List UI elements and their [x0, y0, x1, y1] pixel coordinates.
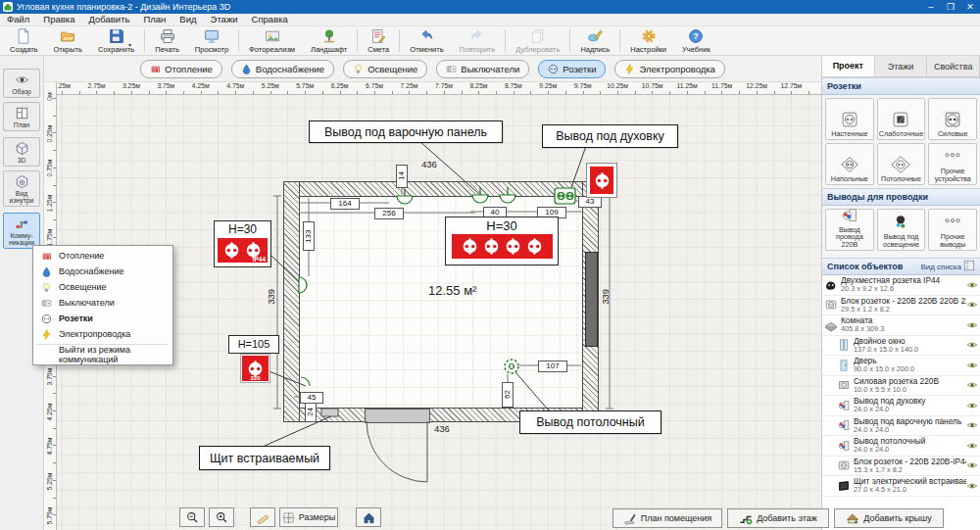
visibility-eye-icon[interactable]: [966, 440, 978, 452]
mode-pill-water-drop[interactable]: Водоснабжение: [231, 60, 334, 78]
maximize-button[interactable]: ❐: [941, 0, 960, 14]
tab-floors[interactable]: Этажи: [875, 56, 928, 76]
context-menu-item-bolt[interactable]: Электропроводка: [33, 326, 172, 342]
context-menu-exit-communications[interactable]: Выйти из режима коммуникаций: [33, 347, 172, 362]
room-plan-button[interactable]: План помещения: [612, 508, 722, 528]
menu-3[interactable]: План: [136, 14, 172, 25]
badge-socket-bottom-icon[interactable]: 220: [241, 355, 270, 382]
object-row-9[interactable]: Блок розеток - 220В 220В-IP4415.3 x 1.7 …: [822, 457, 980, 477]
toolbar-button-new-doc[interactable]: Создать: [2, 26, 46, 55]
visibility-eye-icon[interactable]: [966, 319, 978, 331]
object-row-4[interactable]: Дверь90.0 x 15.0 x 200.0: [822, 356, 980, 376]
wall-top[interactable]: [284, 182, 598, 196]
wall-left[interactable]: [284, 182, 299, 421]
badge-socket-top-right[interactable]: [586, 163, 617, 198]
home-button[interactable]: [356, 507, 381, 527]
add-roof-button[interactable]: Добавить крышу: [834, 508, 944, 528]
mode-pill-socket[interactable]: Розетки: [538, 60, 606, 78]
menu-0[interactable]: Файл: [0, 14, 36, 25]
context-menu-item-water-drop[interactable]: Водоснабжение: [33, 264, 172, 279]
badge-socket-left[interactable]: H=30 IP44: [214, 220, 271, 267]
mode-pill-switch[interactable]: Выключатели: [436, 60, 529, 78]
visibility-eye-icon[interactable]: [966, 379, 978, 391]
object-row-6[interactable]: Вывод под духовку24.0 x 24.0: [822, 396, 980, 416]
toolbar-button-help[interactable]: ?Учебник: [674, 26, 718, 55]
object-row-7[interactable]: Вывод под варочную панель24.0 x 24.0: [822, 416, 980, 437]
annotation-built-in-panel[interactable]: Щит встраиваемый: [199, 446, 330, 470]
badge-socket-bottom-label[interactable]: H=105: [228, 335, 279, 354]
menu-5[interactable]: Этажи: [204, 14, 245, 25]
visibility-eye-icon[interactable]: [966, 400, 978, 411]
toolbar-button-undo[interactable]: Отменить: [402, 26, 451, 55]
annotation-hob-output[interactable]: Вывод под варочную панель: [309, 120, 503, 143]
visibility-eye-icon[interactable]: [966, 339, 978, 351]
tile-tile-ceiling-4[interactable]: Потолочные: [877, 143, 926, 185]
object-row-1[interactable]: Блок розеток - 220В 220В 220В 220В29.5 x…: [822, 296, 980, 316]
tab-project[interactable]: Проект: [822, 56, 875, 76]
visibility-eye-icon[interactable]: [966, 299, 978, 311]
toolbar-button-printer[interactable]: Печать: [147, 26, 187, 55]
toolbar-button-tree[interactable]: Ландшафт: [303, 26, 355, 55]
context-menu-item-socket[interactable]: Розетки: [33, 311, 172, 326]
minimize-button[interactable]: –: [921, 0, 941, 14]
toolbar-button-estimate[interactable]: Смета: [360, 26, 397, 55]
ruler-tick: [462, 91, 463, 94]
object-row-10[interactable]: Щит электрический встраиваемый27.0 x 4.5…: [822, 476, 980, 497]
door-opening[interactable]: [365, 409, 430, 423]
mode-pill-label: Освещение: [368, 64, 417, 74]
object-row-5[interactable]: Силовая розетка 220В10.0 x 5.5 x 10.0: [822, 376, 980, 397]
ruler-pencil-button[interactable]: [250, 507, 275, 527]
tile-tile-power-2[interactable]: Силовые: [928, 98, 977, 140]
toolbar-button-annotate[interactable]: Надпись: [572, 26, 617, 55]
visibility-eye-icon[interactable]: [966, 360, 978, 371]
tile-tile-wire220-0[interactable]: Вывод провода 220В: [825, 209, 874, 251]
tile-tile-dots-5[interactable]: Прочие устройства: [928, 143, 977, 185]
context-menu-item-heating[interactable]: Отопление: [33, 248, 172, 264]
menu-4[interactable]: Вид: [172, 14, 203, 25]
sidebar-item-eye[interactable]: Обзор: [3, 69, 40, 98]
tile-tile-lowvolt-1[interactable]: Слаботочные: [877, 98, 926, 140]
sizes-grid-button[interactable]: Размеры: [279, 507, 338, 527]
tile-tile-socket-0[interactable]: Настенные: [825, 98, 874, 140]
window-double[interactable]: [585, 252, 598, 347]
context-menu-item-switch[interactable]: Выключатели: [33, 295, 172, 311]
toolbar-button-photo[interactable]: Фотореализм: [241, 26, 303, 55]
mode-pill-bulb[interactable]: Освещение: [343, 60, 427, 78]
toolbar-button-open-folder[interactable]: Открыть: [46, 26, 90, 55]
object-row-2[interactable]: Комната405.8 x 309.3: [822, 315, 980, 336]
visibility-eye-icon[interactable]: [966, 480, 978, 492]
tile-tile-floor-3[interactable]: Напольные: [825, 143, 874, 185]
visibility-eye-icon[interactable]: [966, 419, 978, 431]
badge-socket-right[interactable]: H=30: [445, 217, 559, 265]
tile-tile-wirelight-1[interactable]: Вывод под освещение: [877, 209, 926, 251]
sidebar-item-inside-view[interactable]: Вид изнутри: [3, 170, 40, 207]
menu-6[interactable]: Справка: [245, 14, 295, 25]
sidebar-item-comms[interactable]: Комму-никации: [3, 213, 40, 249]
visibility-eye-icon[interactable]: [966, 279, 978, 291]
context-menu-item-bulb[interactable]: Освещение: [33, 279, 172, 295]
toolbar-button-save-floppy[interactable]: Сохранить▾: [90, 26, 142, 55]
zoom-out-button[interactable]: [179, 507, 205, 527]
menu-2[interactable]: Добавить: [81, 14, 136, 25]
annotation-ceiling-output[interactable]: Вывод потолочный: [519, 410, 662, 434]
tab-properties[interactable]: Свойства: [927, 56, 980, 76]
menu-1[interactable]: Правка: [36, 14, 81, 25]
tile-tile-dots-2[interactable]: Прочие выводы: [928, 209, 977, 251]
sidebar-item-plan[interactable]: План: [3, 102, 40, 131]
ruler-tick: [444, 91, 445, 94]
close-button[interactable]: ✕: [960, 0, 980, 14]
zoom-in-button[interactable]: [209, 507, 234, 527]
object-row-0[interactable]: Двухместная розетка IP4420.3 x 9.2 x 12.…: [822, 275, 980, 296]
toolbar-button-gear[interactable]: Настройки: [622, 26, 674, 55]
visibility-eye-icon[interactable]: [966, 459, 978, 471]
sidebar-item-cube[interactable]: 3D: [3, 137, 40, 167]
add-floor-button[interactable]: Добавить этаж: [727, 508, 829, 528]
mode-pill-bolt[interactable]: Электропроводка: [614, 60, 724, 78]
annotation-oven-output[interactable]: Вывод под духовку: [542, 124, 678, 148]
socket-glyph-icon: [462, 238, 478, 255]
object-row-3[interactable]: Двойное окно137.0 x 15.0 x 140.0: [822, 336, 980, 357]
list-view-mode-button[interactable]: Вид списка: [920, 260, 975, 273]
toolbar-button-monitor[interactable]: Просмотр: [187, 26, 236, 55]
mode-pill-heating[interactable]: Отопление: [140, 60, 222, 78]
object-row-8[interactable]: Вывод потолочный24.0 x 24.0: [822, 436, 980, 457]
